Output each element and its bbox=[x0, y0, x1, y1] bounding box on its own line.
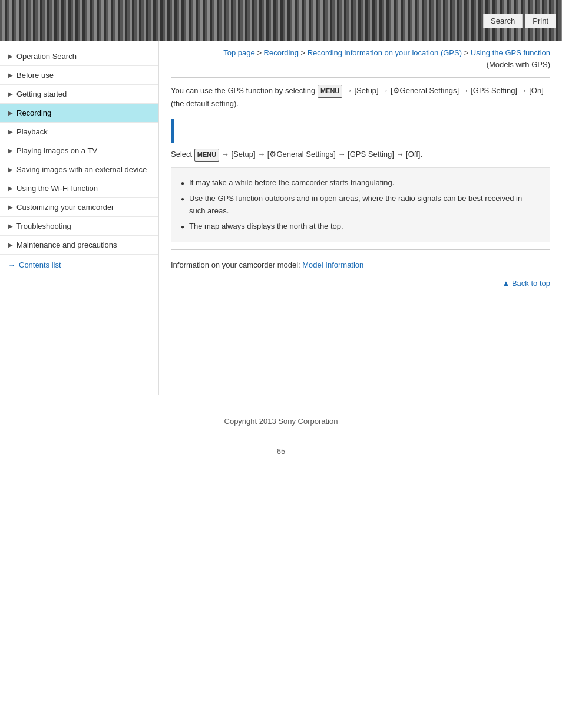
sidebar: ▶ Operation Search ▶ Before use ▶ Gettin… bbox=[0, 41, 159, 395]
divider-top bbox=[171, 77, 550, 78]
contents-list-link[interactable]: → Contents list bbox=[0, 255, 158, 275]
breadcrumb-gps-info[interactable]: Recording information on your location (… bbox=[308, 48, 462, 57]
search-button[interactable]: Search bbox=[483, 14, 523, 28]
chevron-right-icon: ▶ bbox=[8, 242, 13, 248]
sidebar-item-playing-images-tv[interactable]: ▶ Playing images on a TV bbox=[0, 141, 158, 160]
chevron-right-icon: ▶ bbox=[8, 72, 13, 78]
breadcrumb-using-gps[interactable]: Using the GPS function bbox=[471, 48, 550, 57]
model-info-line: Information on your camcorder model: Mod… bbox=[171, 259, 550, 272]
menu-button-icon-2: MENU bbox=[194, 149, 219, 162]
chevron-right-icon: ▶ bbox=[8, 204, 13, 210]
sidebar-item-customizing[interactable]: ▶ Customizing your camcorder bbox=[0, 198, 158, 217]
sidebar-item-before-use[interactable]: ▶ Before use bbox=[0, 66, 158, 85]
chevron-right-icon: ▶ bbox=[8, 166, 13, 173]
content-area: Top page > Recording > Recording informa… bbox=[159, 41, 562, 395]
footer: Copyright 2013 Sony Corporation bbox=[0, 407, 562, 435]
main-layout: ▶ Operation Search ▶ Before use ▶ Gettin… bbox=[0, 41, 562, 395]
note-item-3: The map always displays the north at the… bbox=[181, 219, 540, 235]
sidebar-item-saving-images[interactable]: ▶ Saving images with an external device bbox=[0, 160, 158, 179]
header-buttons: Search Print bbox=[483, 14, 556, 28]
breadcrumb-sep3: > bbox=[464, 48, 471, 57]
back-to-top-link[interactable]: ▲ Back to top bbox=[502, 279, 550, 288]
sidebar-item-wifi[interactable]: ▶ Using the Wi-Fi function bbox=[0, 179, 158, 198]
notes-box: It may take a while before the camcorder… bbox=[171, 167, 550, 242]
disable-paragraph: Select MENU → [Setup] → [⚙General Settin… bbox=[171, 149, 550, 162]
note-item-2: Use the GPS function outdoors and in ope… bbox=[181, 191, 540, 219]
notes-list: It may take a while before the camcorder… bbox=[181, 175, 540, 235]
copyright-text: Copyright 2013 Sony Corporation bbox=[224, 417, 338, 426]
breadcrumb-sep1: > bbox=[257, 48, 263, 57]
model-information-link[interactable]: Model Information bbox=[302, 261, 363, 269]
back-to-top: ▲ Back to top bbox=[171, 278, 550, 290]
chevron-right-icon: ▶ bbox=[8, 223, 13, 229]
header: Search Print bbox=[0, 0, 562, 41]
chevron-right-icon: ▶ bbox=[8, 147, 13, 154]
chevron-right-icon: ▶ bbox=[8, 110, 13, 116]
breadcrumb-recording[interactable]: Recording bbox=[264, 48, 299, 57]
content-body: You can use the GPS function by selectin… bbox=[171, 85, 550, 290]
sidebar-item-maintenance[interactable]: ▶ Maintenance and precautions bbox=[0, 236, 158, 255]
chevron-right-icon: ▶ bbox=[8, 91, 13, 97]
sidebar-item-playback[interactable]: ▶ Playback bbox=[0, 123, 158, 141]
divider-bottom bbox=[171, 249, 550, 250]
chevron-right-icon: ▶ bbox=[8, 129, 13, 135]
section-bar bbox=[171, 119, 174, 143]
menu-button-icon: MENU bbox=[318, 85, 342, 98]
sidebar-item-getting-started[interactable]: ▶ Getting started bbox=[0, 85, 158, 104]
chevron-right-icon: ▶ bbox=[8, 185, 13, 192]
breadcrumb-top-page[interactable]: Top page bbox=[223, 48, 255, 57]
chevron-right-icon: ▶ bbox=[8, 53, 13, 60]
breadcrumb-sep2: > bbox=[301, 48, 308, 57]
sidebar-item-troubleshooting[interactable]: ▶ Troubleshooting bbox=[0, 217, 158, 236]
breadcrumb-models: (Models with GPS) bbox=[487, 60, 550, 69]
intro-paragraph: You can use the GPS function by selectin… bbox=[171, 85, 550, 110]
breadcrumb: Top page > Recording > Recording informa… bbox=[171, 47, 550, 70]
disable-section bbox=[171, 119, 550, 143]
sidebar-item-operation-search[interactable]: ▶ Operation Search bbox=[0, 47, 158, 66]
arrow-right-icon: → bbox=[8, 261, 15, 269]
sidebar-item-recording[interactable]: ▶ Recording bbox=[0, 104, 158, 123]
note-item-1: It may take a while before the camcorder… bbox=[181, 175, 540, 191]
print-button[interactable]: Print bbox=[525, 14, 556, 28]
page-number: 65 bbox=[0, 447, 562, 456]
